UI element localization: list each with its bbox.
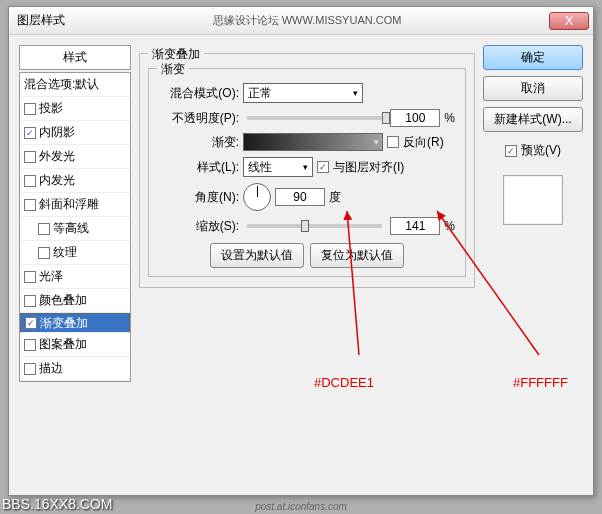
titlebar[interactable]: 图层样式 思缘设计论坛 WWW.MISSYUAN.COM X xyxy=(9,7,593,35)
preview-label: 预览(V) xyxy=(521,142,561,159)
style-label: 颜色叠加 xyxy=(39,292,87,309)
title-center: 思缘设计论坛 WWW.MISSYUAN.COM xyxy=(65,13,549,28)
site-watermark: BBS.16XX8.COM xyxy=(2,496,113,512)
style-row[interactable]: ✓内阴影 xyxy=(20,121,130,145)
style-label: 图案叠加 xyxy=(39,336,87,353)
style-checkbox[interactable] xyxy=(24,339,36,351)
scale-slider[interactable] xyxy=(247,224,382,228)
style-checkbox[interactable] xyxy=(38,223,50,235)
style-label: 光泽 xyxy=(39,268,63,285)
style-checkbox[interactable] xyxy=(24,295,36,307)
scale-label: 缩放(S): xyxy=(159,218,239,235)
style-checkbox[interactable] xyxy=(24,103,36,115)
styles-column: 样式 混合选项:默认投影✓内阴影外发光内发光斜面和浮雕等高线纹理光泽颜色叠加✓渐… xyxy=(19,45,131,485)
style-row[interactable]: ✓渐变叠加 xyxy=(20,313,130,333)
align-label: 与图层对齐(I) xyxy=(333,159,404,176)
cancel-button[interactable]: 取消 xyxy=(483,76,583,101)
style-row[interactable]: 投影 xyxy=(20,97,130,121)
style-label: 内发光 xyxy=(39,172,75,189)
style-label: 等高线 xyxy=(53,220,89,237)
scale-input[interactable]: 141 xyxy=(390,217,440,235)
style-checkbox[interactable] xyxy=(24,363,36,375)
style-label: 斜面和浮雕 xyxy=(39,196,99,213)
options-panel: 渐变叠加 渐变 混合模式(O): 正常▾ 不透明度(P): 100 % xyxy=(139,45,475,485)
reverse-checkbox[interactable] xyxy=(387,136,399,148)
styles-header[interactable]: 样式 xyxy=(19,45,131,70)
style-checkbox[interactable] xyxy=(24,151,36,163)
style-label: 内阴影 xyxy=(39,124,75,141)
style-row[interactable]: 混合选项:默认 xyxy=(20,73,130,97)
close-button[interactable]: X xyxy=(549,12,589,30)
layer-style-dialog: 图层样式 思缘设计论坛 WWW.MISSYUAN.COM X 样式 混合选项:默… xyxy=(8,6,594,496)
style-label: 渐变叠加 xyxy=(40,315,88,332)
style-row[interactable]: 描边 xyxy=(20,357,130,381)
style-row[interactable]: 斜面和浮雕 xyxy=(20,193,130,217)
group-title: 渐变 xyxy=(157,61,189,78)
style-checkbox[interactable] xyxy=(38,247,50,259)
gradient-picker[interactable]: ▾ xyxy=(243,133,383,151)
style-label: 混合选项:默认 xyxy=(24,76,99,93)
style-row[interactable]: 光泽 xyxy=(20,265,130,289)
style-label: 外发光 xyxy=(39,148,75,165)
preview-thumbnail xyxy=(503,175,563,225)
preview-checkbox[interactable]: ✓ xyxy=(505,145,517,157)
dialog-title: 图层样式 xyxy=(13,12,65,29)
ok-button[interactable]: 确定 xyxy=(483,45,583,70)
style-label: 纹理 xyxy=(53,244,77,261)
style-checkbox[interactable]: ✓ xyxy=(24,127,36,139)
blend-mode-select[interactable]: 正常▾ xyxy=(243,83,363,103)
style-row[interactable]: 等高线 xyxy=(20,217,130,241)
style-row[interactable]: 内发光 xyxy=(20,169,130,193)
style-label: 描边 xyxy=(39,360,63,377)
style-label: 投影 xyxy=(39,100,63,117)
angle-dial[interactable] xyxy=(243,183,271,211)
style-row[interactable]: 图案叠加 xyxy=(20,333,130,357)
styles-list: 混合选项:默认投影✓内阴影外发光内发光斜面和浮雕等高线纹理光泽颜色叠加✓渐变叠加… xyxy=(19,72,131,382)
blend-mode-label: 混合模式(O): xyxy=(159,85,239,102)
action-column: 确定 取消 新建样式(W)... ✓ 预览(V) xyxy=(483,45,583,485)
opacity-input[interactable]: 100 xyxy=(390,109,440,127)
style-checkbox[interactable] xyxy=(24,199,36,211)
new-style-button[interactable]: 新建样式(W)... xyxy=(483,107,583,132)
chevron-down-icon: ▾ xyxy=(374,137,379,147)
align-checkbox[interactable]: ✓ xyxy=(317,161,329,173)
chevron-down-icon: ▾ xyxy=(303,162,308,172)
angle-label: 角度(N): xyxy=(159,189,239,206)
style-row[interactable]: 颜色叠加 xyxy=(20,289,130,313)
angle-input[interactable]: 90 xyxy=(275,188,325,206)
style-label: 样式(L): xyxy=(159,159,239,176)
style-row[interactable]: 外发光 xyxy=(20,145,130,169)
style-checkbox[interactable] xyxy=(24,271,36,283)
style-row[interactable]: 纹理 xyxy=(20,241,130,265)
opacity-slider[interactable] xyxy=(247,116,382,120)
gradient-label: 渐变: xyxy=(159,134,239,151)
reset-default-button[interactable]: 复位为默认值 xyxy=(310,243,404,268)
style-select[interactable]: 线性▾ xyxy=(243,157,313,177)
style-checkbox[interactable] xyxy=(24,175,36,187)
annotation-color-left: #DCDEE1 xyxy=(314,375,374,390)
set-default-button[interactable]: 设置为默认值 xyxy=(210,243,304,268)
opacity-label: 不透明度(P): xyxy=(159,110,239,127)
chevron-down-icon: ▾ xyxy=(353,88,358,98)
reverse-label: 反向(R) xyxy=(403,134,444,151)
style-checkbox[interactable]: ✓ xyxy=(25,317,37,329)
